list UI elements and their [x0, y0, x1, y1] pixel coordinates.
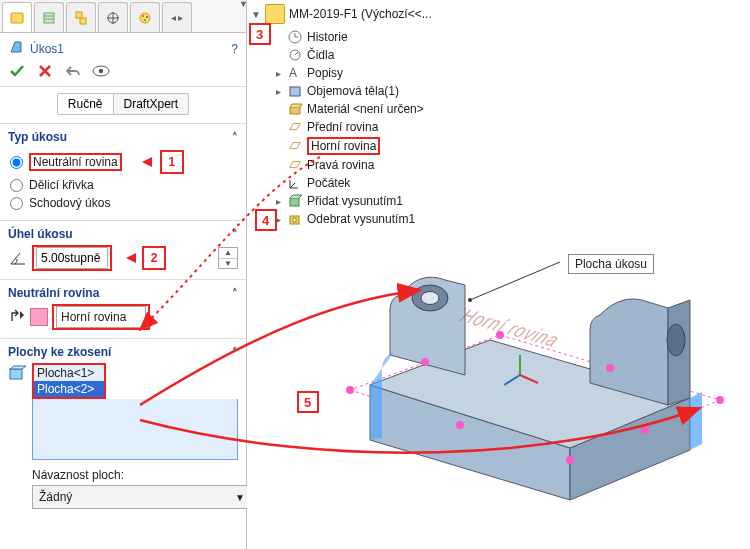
tree-item-annotations[interactable]: Popisy	[307, 66, 343, 80]
sensors-icon	[287, 47, 303, 63]
section-draft-type: Typ úkosu ˄ Neutrální rovina 1 Dělicí kř…	[0, 124, 246, 221]
pm-tabstrip: ◂ ▸	[0, 0, 246, 33]
annotations-icon: A	[287, 65, 303, 81]
tab-configuration-manager[interactable]	[66, 2, 96, 32]
svg-rect-22	[290, 198, 299, 206]
collapse-icon[interactable]: ˄	[232, 131, 238, 144]
tab-display-manager[interactable]	[130, 2, 160, 32]
face-continuity-label: Návaznost ploch:	[32, 468, 238, 482]
svg-point-10	[142, 15, 144, 17]
tree-root-label[interactable]: MM-2019-F1 (Výchozí<<...	[289, 7, 432, 21]
cancel-button[interactable]	[36, 62, 54, 80]
svg-point-16	[99, 69, 103, 73]
mode-manual-button[interactable]: Ručně	[58, 94, 114, 114]
radio-step-draft[interactable]	[10, 197, 23, 210]
angle-spin-up[interactable]: ▲	[219, 248, 237, 259]
svg-point-12	[144, 19, 146, 21]
face-continuity-value: Žádný	[39, 490, 72, 504]
expand-icon[interactable]: ▼	[251, 9, 261, 20]
neutral-plane-field[interactable]: Horní rovina	[61, 310, 126, 324]
angle-icon	[8, 250, 28, 266]
tree-item-cut-extrude[interactable]: Odebrat vysunutím1	[307, 212, 415, 226]
list-item[interactable]: Plocha<1>	[34, 365, 104, 381]
svg-rect-5	[80, 18, 86, 24]
draft-angle-input[interactable]	[37, 251, 107, 265]
callout-2: 2	[142, 246, 166, 270]
mode-toggle: Ručně DraftXpert	[0, 87, 246, 124]
undo-button[interactable]	[64, 62, 82, 80]
plane-icon	[287, 119, 303, 135]
radio-parting-line[interactable]	[10, 179, 23, 192]
svg-rect-17	[10, 369, 22, 379]
collapse-icon[interactable]: ˄	[232, 228, 238, 241]
tab-feature-manager[interactable]	[2, 2, 32, 32]
callout-1: 1	[160, 150, 184, 174]
svg-rect-21	[290, 87, 300, 96]
section-faces-to-draft: Plochy ke zkosení ˄ Plocha<1> Plocha<2>	[0, 339, 246, 517]
help-icon[interactable]: ?	[231, 42, 238, 56]
tree-item-boss-extrude[interactable]: Přidat vysunutím1	[307, 194, 403, 208]
expand-icon[interactable]: ▸	[273, 196, 283, 207]
tree-item-right-plane[interactable]: Pravá rovina	[307, 158, 374, 172]
expand-icon[interactable]: ▸	[273, 86, 283, 97]
tab-property-manager[interactable]	[34, 2, 64, 32]
angle-spin-down[interactable]: ▼	[219, 259, 237, 269]
svg-point-11	[146, 16, 148, 18]
history-icon	[287, 29, 303, 45]
part-icon	[265, 4, 285, 24]
tree-item-material[interactable]: Materiál <není určen>	[307, 102, 424, 116]
list-item[interactable]: Plocha<2>	[34, 381, 104, 397]
svg-rect-24	[293, 218, 296, 222]
collapse-icon[interactable]: ˄	[232, 287, 238, 300]
radio-neutral-plane-label: Neutrální rovina	[33, 155, 118, 169]
faces-listbox[interactable]: Plocha<1> Plocha<2>	[34, 365, 104, 397]
tab-dimxpert[interactable]	[98, 2, 128, 32]
tab-overflow[interactable]: ◂ ▸	[162, 2, 192, 32]
tree-item-origin[interactable]: Počátek	[307, 176, 350, 190]
feature-header: Úkos1 ?	[0, 33, 246, 60]
plane-icon	[287, 157, 303, 173]
face-continuity-select[interactable]: Žádný ▼	[32, 485, 252, 509]
face-tooltip: Plocha úkosu	[568, 254, 654, 274]
svg-text:A: A	[289, 66, 297, 80]
flyout-toggle-icon[interactable]: ▼	[239, 0, 248, 9]
cut-extrude-icon	[287, 211, 303, 227]
plane-icon	[287, 138, 303, 154]
section-draft-angle: Úhel úkosu ˄ 2 ▲ ▼	[0, 221, 246, 280]
collapse-icon[interactable]: ˄	[232, 346, 238, 359]
callout-arrow-icon	[142, 157, 152, 167]
preview-eye-icon[interactable]	[92, 62, 110, 80]
radio-neutral-plane[interactable]	[10, 156, 23, 169]
tree-item-top-plane[interactable]: Horní rovina	[307, 137, 380, 155]
chevron-down-icon: ▼	[235, 492, 245, 503]
expand-icon[interactable]: ▸	[273, 68, 283, 79]
section-draft-angle-title: Úhel úkosu	[8, 227, 73, 241]
tree-item-solid-bodies[interactable]: Objemová těla(1)	[307, 84, 399, 98]
section-faces-title: Plochy ke zkosení	[8, 345, 111, 359]
section-draft-type-title: Typ úkosu	[8, 130, 67, 144]
callout-arrow-icon	[126, 253, 136, 263]
boss-extrude-icon	[287, 193, 303, 209]
svg-rect-4	[76, 12, 82, 18]
tree-item-sensors[interactable]: Čidla	[307, 48, 334, 62]
material-icon	[287, 101, 303, 117]
origin-icon	[287, 175, 303, 191]
section-neutral-plane-title: Neutrální rovina	[8, 286, 99, 300]
draft-feature-icon	[8, 39, 24, 58]
mode-draftxpert-button[interactable]: DraftXpert	[114, 94, 189, 114]
radio-parting-line-label: Dělicí křivka	[29, 178, 94, 192]
faces-selection-icon	[8, 363, 26, 509]
feature-title: Úkos1	[30, 42, 64, 56]
solidbodies-icon	[287, 83, 303, 99]
property-manager-panel: ◂ ▸ Úkos1 ? Ručně DraftXpert Typ úkosu	[0, 0, 247, 549]
confirm-row	[0, 60, 246, 87]
plane-color-swatch	[30, 308, 48, 326]
ok-button[interactable]	[8, 62, 26, 80]
tree-item-history[interactable]: Historie	[307, 30, 348, 44]
reverse-direction-icon[interactable]	[8, 307, 26, 328]
tree-item-front-plane[interactable]: Přední rovina	[307, 120, 378, 134]
svg-rect-0	[11, 13, 23, 23]
section-neutral-plane: Neutrální rovina ˄ Horní rovina	[0, 280, 246, 339]
expand-icon[interactable]: ▸	[273, 214, 283, 225]
flyout-feature-tree: ▼ ▼ MM-2019-F1 (Výchozí<<... Historie Či…	[247, 0, 436, 549]
